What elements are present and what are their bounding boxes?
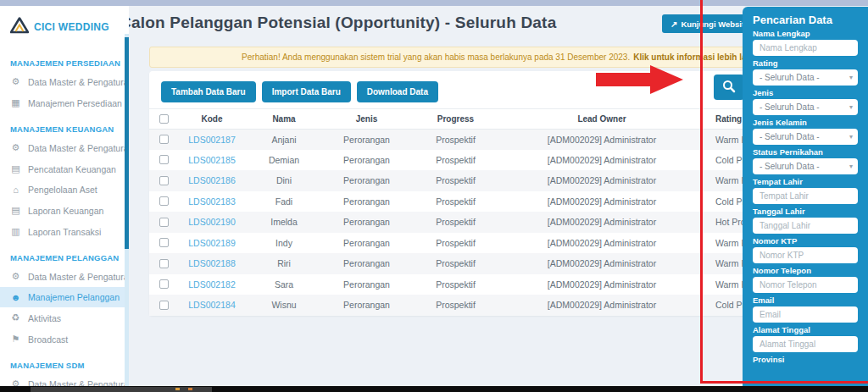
- sidebar-scrollbar[interactable]: [125, 34, 129, 386]
- page-title: Calon Pelanggan Potensial (Opportunity) …: [120, 14, 556, 32]
- cell-lead_owner: [ADM002029] Administrator: [500, 274, 704, 295]
- sidebar-item-aktivitas[interactable]: ♻Aktivitas: [0, 307, 129, 329]
- row-checkbox[interactable]: [159, 196, 169, 206]
- sidebar-item-label: Pencatatan Keuangan: [28, 164, 116, 174]
- column-header-progress: Progress: [411, 110, 500, 129]
- kode-link[interactable]: LDS002189: [178, 233, 246, 254]
- cell-jenis: Perorangan: [322, 170, 411, 191]
- app-screen: Calon Pelanggan Potensial (Opportunity) …: [0, 0, 868, 392]
- kode-link[interactable]: LDS002186: [178, 170, 246, 191]
- broadcast-icon: ⚑: [10, 334, 21, 345]
- download-data-button[interactable]: Download Data: [357, 81, 438, 102]
- cell-lead_owner: [ADM002029] Administrator: [500, 253, 704, 274]
- taskbar-notification-dot: [188, 388, 192, 390]
- annotation-arrow-head: [650, 65, 683, 94]
- kode-link[interactable]: LDS002183: [178, 191, 246, 213]
- kode-link[interactable]: LDS002184: [178, 295, 246, 316]
- nama-lengkap-input[interactable]: [753, 40, 858, 56]
- search-panel: Pencarian Data Nama LengkapRating- Selur…: [743, 7, 868, 392]
- dolly-icon: ▦: [10, 97, 21, 108]
- sidebar-item-pencatatan-keuangan[interactable]: ▤Pencatatan Keuangan: [0, 158, 129, 179]
- sidebar-item-label: Laporan Transaksi: [28, 227, 101, 237]
- sidebar-item-manajemen-pelanggan[interactable]: ☻Manajemen Pelanggan: [0, 287, 129, 307]
- rating-select[interactable]: - Seluruh Data -▾: [753, 69, 858, 86]
- cell-lead_owner: [ADM002029] Administrator: [500, 212, 704, 233]
- visit-website-label: Kunjungi Website: [681, 19, 748, 29]
- cell-jenis: Perorangan: [322, 212, 411, 233]
- row-checkbox[interactable]: [159, 135, 169, 144]
- select-all-checkbox[interactable]: [159, 114, 169, 124]
- sidebar-item-data-master-pengaturan[interactable]: ⚙Data Master & Pengaturan: [0, 137, 129, 158]
- sidebar-item-data-master-pengaturan[interactable]: ⚙Data Master & Pengaturan: [0, 71, 129, 92]
- column-header-lead-owner: Lead Owner: [500, 110, 704, 129]
- sidebar-item-laporan-transaksi[interactable]: ▥Laporan Transaksi: [0, 221, 129, 242]
- tempat-lahir-input[interactable]: [753, 188, 858, 204]
- brand[interactable]: CICI WEDDING: [0, 6, 129, 44]
- banner-text: Perhatian! Anda menggunakan sistem trial…: [242, 52, 630, 62]
- cell-progress: Prospektif: [411, 295, 500, 316]
- sidebar-nav: MANAJEMEN PERSEDIAAN⚙Data Master & Penga…: [0, 44, 129, 392]
- row-checkbox[interactable]: [159, 259, 169, 268]
- jenis-select[interactable]: - Seluruh Data -▾: [753, 99, 858, 115]
- field-label-provinsi: Provinsi: [753, 355, 858, 364]
- annotation-horizontal-line: [700, 381, 868, 384]
- import-data-baru-button[interactable]: Import Data Baru: [262, 81, 351, 102]
- search-panel-fields: Nama LengkapRating- Seluruh Data -▾Jenis…: [753, 29, 858, 364]
- sidebar-item-label: Laporan Keuangan: [28, 206, 103, 216]
- cell-nama: Imelda: [246, 212, 322, 233]
- users-icon: ☻: [10, 292, 21, 302]
- kode-link[interactable]: LDS002182: [178, 274, 246, 295]
- sidebar-item-laporan-keuangan[interactable]: ▤Laporan Keuangan: [0, 200, 129, 221]
- rating-select-value: - Seluruh Data -: [760, 73, 820, 82]
- nomor-ktp-input[interactable]: [753, 247, 858, 263]
- activity-icon: ♻: [10, 312, 21, 323]
- jenis-kelamin-select-value: - Seluruh Data -: [760, 132, 820, 141]
- kode-link[interactable]: LDS002185: [178, 150, 246, 171]
- jenis-kelamin-select[interactable]: - Seluruh Data -▾: [753, 129, 858, 145]
- status-pernikahan-select-value: - Seluruh Data -: [760, 162, 820, 171]
- cell-lead_owner: [ADM002029] Administrator: [500, 129, 704, 150]
- kode-link[interactable]: LDS002190: [178, 212, 246, 233]
- field-label-jenis: Jenis: [753, 88, 858, 97]
- money-check-icon: ▤: [10, 163, 21, 174]
- toolbar: Tambah Data BaruImport Data BaruDownload…: [161, 81, 438, 102]
- cell-lead_owner: [ADM002029] Administrator: [500, 150, 704, 171]
- sidebar-item-manajemen-persediaan[interactable]: ▦Manajemen Persediaan: [0, 92, 129, 113]
- cell-lead_owner: [ADM002029] Administrator: [500, 191, 704, 213]
- nomor-telepon-input[interactable]: [753, 277, 858, 293]
- field-label-email: Email: [753, 295, 858, 305]
- taskbar-item: [31, 387, 212, 392]
- alamat-tinggal-input[interactable]: [753, 336, 858, 352]
- report-icon: ▤: [10, 205, 21, 216]
- row-checkbox[interactable]: [159, 238, 169, 247]
- email-input[interactable]: [753, 306, 858, 323]
- tambah-data-baru-button[interactable]: Tambah Data Baru: [161, 81, 256, 102]
- column-header-kode: Kode: [178, 110, 246, 129]
- sidebar-item-data-master-pengaturan[interactable]: ⚙Data Master & Pengaturan: [0, 266, 129, 287]
- sidebar-item-pengelolaan-aset[interactable]: ⌂Pengelolaan Aset: [0, 179, 129, 200]
- sidebar-item-label: Data Master & Pengaturan: [28, 77, 129, 87]
- row-checkbox[interactable]: [159, 218, 169, 227]
- status-pernikahan-select[interactable]: - Seluruh Data -▾: [753, 158, 858, 174]
- sidebar-item-label: Manajemen Persediaan: [28, 98, 122, 108]
- cell-progress: Prospektif: [411, 274, 500, 295]
- kode-link[interactable]: LDS002187: [178, 129, 246, 150]
- row-checkbox[interactable]: [159, 279, 169, 289]
- book-icon: ▥: [10, 226, 21, 237]
- search-panel-title: Pencarian Data: [753, 14, 858, 26]
- kode-link[interactable]: LDS002188: [178, 253, 246, 274]
- chevron-down-icon: ▾: [849, 163, 853, 170]
- row-checkbox[interactable]: [159, 301, 169, 310]
- tanggal-lahir-input[interactable]: [753, 218, 858, 234]
- row-checkbox[interactable]: [159, 155, 169, 164]
- sidebar-scrollbar-thumb[interactable]: [125, 37, 129, 249]
- cell-nama: Anjani: [246, 129, 322, 150]
- cell-jenis: Perorangan: [322, 295, 411, 316]
- sidebar-item-broadcast[interactable]: ⚑Broadcast: [0, 329, 129, 350]
- search-toggle-button[interactable]: [714, 75, 744, 100]
- cell-jenis: Perorangan: [322, 274, 411, 295]
- cell-nama: Fadi: [246, 191, 322, 213]
- row-checkbox[interactable]: [159, 176, 169, 185]
- cell-jenis: Perorangan: [322, 233, 411, 254]
- window-top-strip: [0, 0, 868, 6]
